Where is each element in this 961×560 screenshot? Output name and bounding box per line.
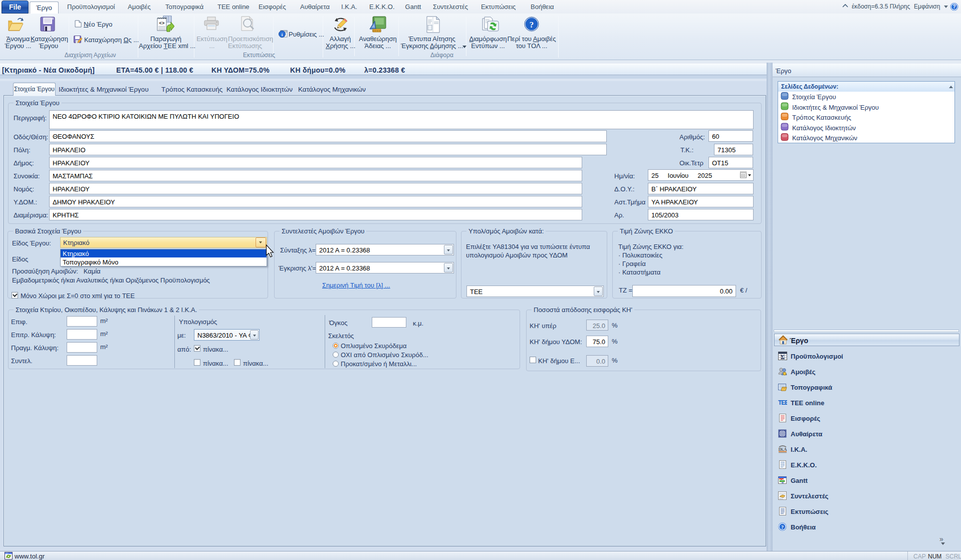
svg-text:IKA: IKA	[778, 447, 787, 452]
svg-text:Σ: Σ	[781, 354, 785, 361]
svg-text:TEE: TEE	[778, 399, 787, 406]
svg-text:M.M.M.MJ: M.M.M.MJ	[372, 30, 382, 32]
svg-text:?: ?	[952, 4, 955, 10]
svg-text:?: ?	[781, 524, 784, 530]
svg-text:<>: <>	[159, 21, 165, 26]
svg-text:?: ?	[530, 20, 534, 30]
